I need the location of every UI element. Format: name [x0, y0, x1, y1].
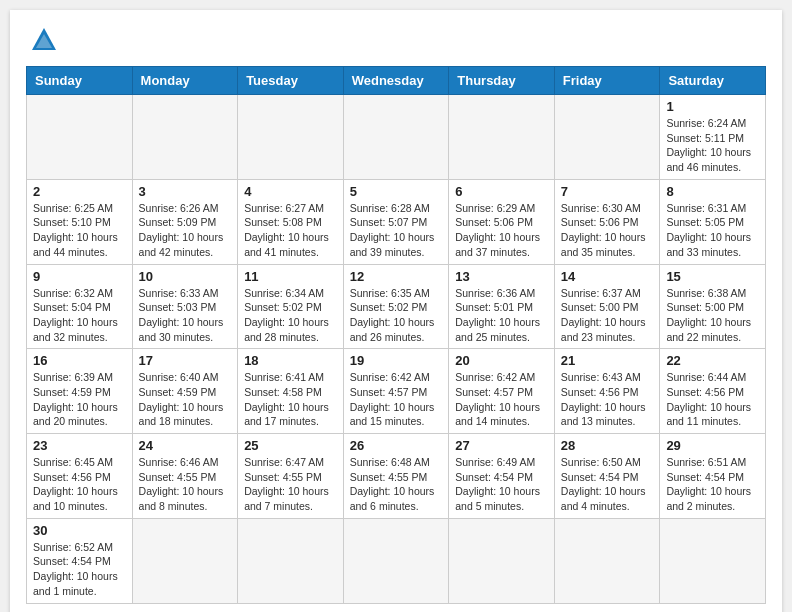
calendar-cell: 17Sunrise: 6:40 AMSunset: 4:59 PMDayligh… — [132, 349, 238, 434]
calendar-cell: 15Sunrise: 6:38 AMSunset: 5:00 PMDayligh… — [660, 264, 766, 349]
calendar-cell: 23Sunrise: 6:45 AMSunset: 4:56 PMDayligh… — [27, 434, 133, 519]
calendar-cell: 20Sunrise: 6:42 AMSunset: 4:57 PMDayligh… — [449, 349, 555, 434]
day-info: Sunrise: 6:48 AMSunset: 4:55 PMDaylight:… — [350, 455, 443, 514]
calendar-cell: 19Sunrise: 6:42 AMSunset: 4:57 PMDayligh… — [343, 349, 449, 434]
week-row-6: 30Sunrise: 6:52 AMSunset: 4:54 PMDayligh… — [27, 518, 766, 603]
day-info: Sunrise: 6:24 AMSunset: 5:11 PMDaylight:… — [666, 116, 759, 175]
day-number: 1 — [666, 99, 759, 114]
day-info: Sunrise: 6:40 AMSunset: 4:59 PMDaylight:… — [139, 370, 232, 429]
calendar-cell: 29Sunrise: 6:51 AMSunset: 4:54 PMDayligh… — [660, 434, 766, 519]
calendar-cell: 9Sunrise: 6:32 AMSunset: 5:04 PMDaylight… — [27, 264, 133, 349]
day-number: 20 — [455, 353, 548, 368]
week-row-3: 9Sunrise: 6:32 AMSunset: 5:04 PMDaylight… — [27, 264, 766, 349]
day-number: 23 — [33, 438, 126, 453]
day-number: 27 — [455, 438, 548, 453]
calendar-cell: 16Sunrise: 6:39 AMSunset: 4:59 PMDayligh… — [27, 349, 133, 434]
day-number: 12 — [350, 269, 443, 284]
day-number: 13 — [455, 269, 548, 284]
calendar-cell — [449, 95, 555, 180]
day-number: 7 — [561, 184, 654, 199]
day-info: Sunrise: 6:28 AMSunset: 5:07 PMDaylight:… — [350, 201, 443, 260]
day-number: 5 — [350, 184, 443, 199]
day-number: 21 — [561, 353, 654, 368]
calendar-cell: 3Sunrise: 6:26 AMSunset: 5:09 PMDaylight… — [132, 179, 238, 264]
day-number: 15 — [666, 269, 759, 284]
calendar-cell: 7Sunrise: 6:30 AMSunset: 5:06 PMDaylight… — [554, 179, 660, 264]
day-number: 25 — [244, 438, 337, 453]
day-number: 10 — [139, 269, 232, 284]
day-number: 2 — [33, 184, 126, 199]
day-info: Sunrise: 6:27 AMSunset: 5:08 PMDaylight:… — [244, 201, 337, 260]
day-info: Sunrise: 6:36 AMSunset: 5:01 PMDaylight:… — [455, 286, 548, 345]
calendar-cell — [343, 95, 449, 180]
day-info: Sunrise: 6:49 AMSunset: 4:54 PMDaylight:… — [455, 455, 548, 514]
day-info: Sunrise: 6:25 AMSunset: 5:10 PMDaylight:… — [33, 201, 126, 260]
calendar-container: SundayMondayTuesdayWednesdayThursdayFrid… — [10, 10, 782, 612]
day-number: 8 — [666, 184, 759, 199]
day-info: Sunrise: 6:52 AMSunset: 4:54 PMDaylight:… — [33, 540, 126, 599]
calendar-cell: 13Sunrise: 6:36 AMSunset: 5:01 PMDayligh… — [449, 264, 555, 349]
day-info: Sunrise: 6:38 AMSunset: 5:00 PMDaylight:… — [666, 286, 759, 345]
day-info: Sunrise: 6:39 AMSunset: 4:59 PMDaylight:… — [33, 370, 126, 429]
day-number: 6 — [455, 184, 548, 199]
day-info: Sunrise: 6:45 AMSunset: 4:56 PMDaylight:… — [33, 455, 126, 514]
day-info: Sunrise: 6:42 AMSunset: 4:57 PMDaylight:… — [455, 370, 548, 429]
day-info: Sunrise: 6:51 AMSunset: 4:54 PMDaylight:… — [666, 455, 759, 514]
week-row-4: 16Sunrise: 6:39 AMSunset: 4:59 PMDayligh… — [27, 349, 766, 434]
calendar-cell — [238, 95, 344, 180]
calendar-cell: 5Sunrise: 6:28 AMSunset: 5:07 PMDaylight… — [343, 179, 449, 264]
calendar-cell: 4Sunrise: 6:27 AMSunset: 5:08 PMDaylight… — [238, 179, 344, 264]
day-number: 22 — [666, 353, 759, 368]
day-number: 4 — [244, 184, 337, 199]
week-row-1: 1Sunrise: 6:24 AMSunset: 5:11 PMDaylight… — [27, 95, 766, 180]
calendar-cell: 10Sunrise: 6:33 AMSunset: 5:03 PMDayligh… — [132, 264, 238, 349]
calendar-cell: 14Sunrise: 6:37 AMSunset: 5:00 PMDayligh… — [554, 264, 660, 349]
day-info: Sunrise: 6:26 AMSunset: 5:09 PMDaylight:… — [139, 201, 232, 260]
day-number: 18 — [244, 353, 337, 368]
day-number: 19 — [350, 353, 443, 368]
logo-icon — [30, 26, 58, 54]
day-number: 9 — [33, 269, 126, 284]
day-number: 17 — [139, 353, 232, 368]
week-row-5: 23Sunrise: 6:45 AMSunset: 4:56 PMDayligh… — [27, 434, 766, 519]
day-info: Sunrise: 6:31 AMSunset: 5:05 PMDaylight:… — [666, 201, 759, 260]
calendar-cell — [238, 518, 344, 603]
weekday-header-tuesday: Tuesday — [238, 67, 344, 95]
calendar-cell — [343, 518, 449, 603]
day-info: Sunrise: 6:34 AMSunset: 5:02 PMDaylight:… — [244, 286, 337, 345]
day-info: Sunrise: 6:35 AMSunset: 5:02 PMDaylight:… — [350, 286, 443, 345]
calendar-cell: 26Sunrise: 6:48 AMSunset: 4:55 PMDayligh… — [343, 434, 449, 519]
day-info: Sunrise: 6:43 AMSunset: 4:56 PMDaylight:… — [561, 370, 654, 429]
day-info: Sunrise: 6:42 AMSunset: 4:57 PMDaylight:… — [350, 370, 443, 429]
day-number: 24 — [139, 438, 232, 453]
weekday-header-row: SundayMondayTuesdayWednesdayThursdayFrid… — [27, 67, 766, 95]
weekday-header-thursday: Thursday — [449, 67, 555, 95]
calendar-cell: 27Sunrise: 6:49 AMSunset: 4:54 PMDayligh… — [449, 434, 555, 519]
calendar-cell: 24Sunrise: 6:46 AMSunset: 4:55 PMDayligh… — [132, 434, 238, 519]
calendar-cell: 21Sunrise: 6:43 AMSunset: 4:56 PMDayligh… — [554, 349, 660, 434]
calendar-cell: 12Sunrise: 6:35 AMSunset: 5:02 PMDayligh… — [343, 264, 449, 349]
day-info: Sunrise: 6:44 AMSunset: 4:56 PMDaylight:… — [666, 370, 759, 429]
logo — [26, 26, 58, 54]
day-number: 30 — [33, 523, 126, 538]
calendar-cell: 22Sunrise: 6:44 AMSunset: 4:56 PMDayligh… — [660, 349, 766, 434]
day-info: Sunrise: 6:30 AMSunset: 5:06 PMDaylight:… — [561, 201, 654, 260]
day-info: Sunrise: 6:37 AMSunset: 5:00 PMDaylight:… — [561, 286, 654, 345]
weekday-header-friday: Friday — [554, 67, 660, 95]
day-number: 14 — [561, 269, 654, 284]
day-info: Sunrise: 6:32 AMSunset: 5:04 PMDaylight:… — [33, 286, 126, 345]
weekday-header-wednesday: Wednesday — [343, 67, 449, 95]
day-number: 11 — [244, 269, 337, 284]
calendar-cell: 6Sunrise: 6:29 AMSunset: 5:06 PMDaylight… — [449, 179, 555, 264]
day-info: Sunrise: 6:29 AMSunset: 5:06 PMDaylight:… — [455, 201, 548, 260]
day-info: Sunrise: 6:47 AMSunset: 4:55 PMDaylight:… — [244, 455, 337, 514]
calendar-cell — [449, 518, 555, 603]
day-info: Sunrise: 6:50 AMSunset: 4:54 PMDaylight:… — [561, 455, 654, 514]
weekday-header-monday: Monday — [132, 67, 238, 95]
calendar-cell — [132, 518, 238, 603]
calendar-cell: 1Sunrise: 6:24 AMSunset: 5:11 PMDaylight… — [660, 95, 766, 180]
calendar-cell: 18Sunrise: 6:41 AMSunset: 4:58 PMDayligh… — [238, 349, 344, 434]
day-number: 3 — [139, 184, 232, 199]
calendar-cell: 25Sunrise: 6:47 AMSunset: 4:55 PMDayligh… — [238, 434, 344, 519]
day-number: 16 — [33, 353, 126, 368]
